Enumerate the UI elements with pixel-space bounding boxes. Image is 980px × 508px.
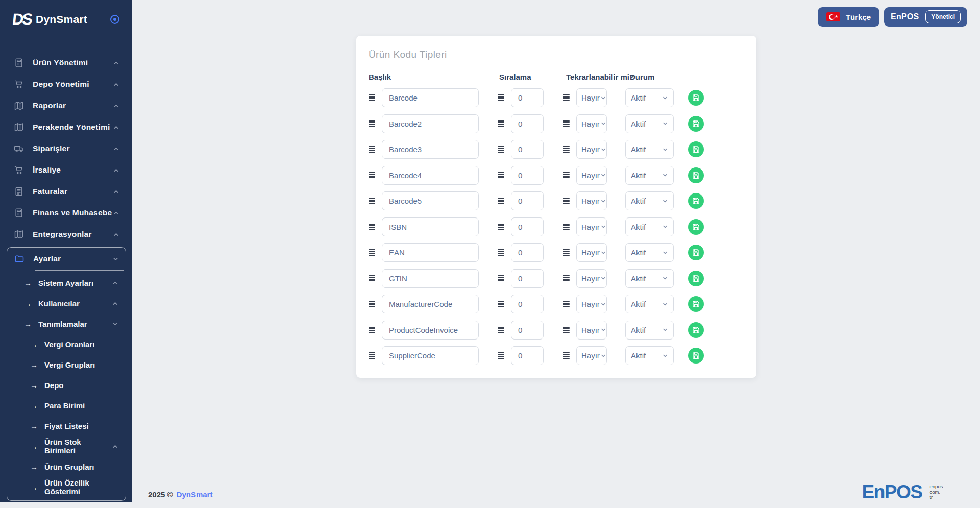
- drag-handle[interactable]: [498, 249, 504, 256]
- save-button[interactable]: [688, 245, 704, 260]
- drag-handle[interactable]: [498, 146, 504, 153]
- sidebar-item-fiyat-listesi[interactable]: → Fiyat Listesi: [7, 416, 126, 436]
- save-button[interactable]: [688, 322, 704, 338]
- sidebar-item-urun-ozellik-gosterimi[interactable]: → Ürün Özellik Gösterimi: [7, 477, 126, 497]
- sidebar-item-urun-stok-birimleri[interactable]: → Ürün Stok Birimleri: [7, 436, 126, 456]
- status-select[interactable]: Aktif: [625, 269, 674, 288]
- repeatable-select[interactable]: Hayır: [576, 217, 607, 236]
- drag-handle[interactable]: [563, 249, 570, 256]
- order-input[interactable]: [511, 295, 544, 313]
- sidebar-item-raporlar[interactable]: Raporlar: [0, 95, 132, 116]
- sidebar-item-irsaliye[interactable]: İrsaliye: [0, 159, 132, 181]
- save-button[interactable]: [688, 90, 704, 106]
- title-input[interactable]: [382, 321, 479, 340]
- sidebar-item-perakende-yonetimi[interactable]: Perakende Yönetimi: [0, 116, 132, 138]
- role-badge[interactable]: Yönetici: [925, 10, 961, 23]
- title-input[interactable]: [382, 166, 479, 185]
- sidebar-toggle-icon[interactable]: [110, 15, 119, 24]
- order-input[interactable]: [511, 269, 544, 288]
- drag-handle[interactable]: [498, 224, 504, 230]
- sidebar-item-urun-yonetimi[interactable]: Ürün Yönetimi: [0, 52, 132, 74]
- drag-handle[interactable]: [369, 224, 375, 230]
- sidebar-item-depo-yonetimi[interactable]: Depo Yönetimi: [0, 74, 132, 95]
- title-input[interactable]: [382, 346, 479, 365]
- repeatable-select[interactable]: Hayır: [576, 243, 607, 262]
- order-input[interactable]: [511, 88, 544, 107]
- drag-handle[interactable]: [498, 301, 504, 307]
- account-button[interactable]: EnPOS Yönetici: [884, 7, 967, 27]
- order-input[interactable]: [511, 140, 544, 159]
- drag-handle[interactable]: [369, 120, 375, 127]
- status-select[interactable]: Aktif: [625, 166, 674, 185]
- drag-handle[interactable]: [563, 327, 570, 333]
- language-button[interactable]: ★ Türkçe: [818, 7, 879, 27]
- title-input[interactable]: [382, 269, 479, 288]
- repeatable-select[interactable]: Hayır: [576, 114, 607, 133]
- sidebar-item-faturalar[interactable]: Faturalar: [0, 181, 132, 202]
- status-select[interactable]: Aktif: [625, 88, 674, 107]
- save-button[interactable]: [688, 193, 704, 209]
- repeatable-select[interactable]: Hayır: [576, 295, 607, 313]
- save-button[interactable]: [688, 219, 704, 235]
- drag-handle[interactable]: [563, 198, 570, 204]
- drag-handle[interactable]: [369, 301, 375, 307]
- order-input[interactable]: [511, 321, 544, 340]
- drag-handle[interactable]: [369, 275, 375, 282]
- sidebar-item-ayarlar[interactable]: Ayarlar: [7, 248, 126, 270]
- drag-handle[interactable]: [563, 352, 570, 359]
- repeatable-select[interactable]: Hayır: [576, 88, 607, 107]
- drag-handle[interactable]: [498, 327, 504, 333]
- sidebar-item-depo[interactable]: → Depo: [7, 375, 126, 395]
- drag-handle[interactable]: [498, 172, 504, 179]
- status-select[interactable]: Aktif: [625, 217, 674, 236]
- repeatable-select[interactable]: Hayır: [576, 346, 607, 365]
- sidebar-item-kullanicilar[interactable]: → Kullanıcılar: [7, 293, 126, 313]
- drag-handle[interactable]: [563, 301, 570, 307]
- title-input[interactable]: [382, 191, 479, 210]
- title-input[interactable]: [382, 88, 479, 107]
- sidebar-item-sistem-ayarlari[interactable]: → Sistem Ayarları: [7, 273, 126, 293]
- save-button[interactable]: [688, 296, 704, 312]
- sidebar-item-para-birimi[interactable]: → Para Birimi: [7, 395, 126, 416]
- drag-handle[interactable]: [498, 352, 504, 359]
- drag-handle[interactable]: [369, 198, 375, 204]
- sidebar-item-finans-ve-muhasebe[interactable]: Finans ve Muhasebe: [0, 202, 132, 224]
- status-select[interactable]: Aktif: [625, 346, 674, 365]
- order-input[interactable]: [511, 191, 544, 210]
- status-select[interactable]: Aktif: [625, 140, 674, 159]
- title-input[interactable]: [382, 295, 479, 313]
- repeatable-select[interactable]: Hayır: [576, 140, 607, 159]
- drag-handle[interactable]: [563, 172, 570, 179]
- order-input[interactable]: [511, 114, 544, 133]
- save-button[interactable]: [688, 348, 704, 364]
- order-input[interactable]: [511, 217, 544, 236]
- repeatable-select[interactable]: Hayır: [576, 191, 607, 210]
- sidebar-item-urun-gruplari[interactable]: → Ürün Grupları: [7, 456, 126, 477]
- drag-handle[interactable]: [369, 146, 375, 153]
- sidebar-item-tanimlamalar[interactable]: → Tanımlamalar: [7, 313, 126, 334]
- sidebar-item-siparisler[interactable]: Siparişler: [0, 138, 132, 159]
- drag-handle[interactable]: [563, 94, 570, 101]
- save-button[interactable]: [688, 116, 704, 132]
- drag-handle[interactable]: [563, 146, 570, 153]
- repeatable-select[interactable]: Hayır: [576, 166, 607, 185]
- status-select[interactable]: Aktif: [625, 295, 674, 313]
- repeatable-select[interactable]: Hayır: [576, 269, 607, 288]
- save-button[interactable]: [688, 141, 704, 157]
- sidebar-item-vergi-gruplari[interactable]: → Vergi Grupları: [7, 354, 126, 375]
- title-input[interactable]: [382, 114, 479, 133]
- order-input[interactable]: [511, 346, 544, 365]
- drag-handle[interactable]: [369, 249, 375, 256]
- drag-handle[interactable]: [498, 120, 504, 127]
- title-input[interactable]: [382, 217, 479, 236]
- drag-handle[interactable]: [369, 327, 375, 333]
- status-select[interactable]: Aktif: [625, 191, 674, 210]
- drag-handle[interactable]: [498, 275, 504, 282]
- drag-handle[interactable]: [498, 198, 504, 204]
- save-button[interactable]: [688, 167, 704, 183]
- status-select[interactable]: Aktif: [625, 321, 674, 340]
- title-input[interactable]: [382, 243, 479, 262]
- dynsmart-link[interactable]: DynSmart: [177, 490, 213, 499]
- status-select[interactable]: Aktif: [625, 243, 674, 262]
- drag-handle[interactable]: [369, 352, 375, 359]
